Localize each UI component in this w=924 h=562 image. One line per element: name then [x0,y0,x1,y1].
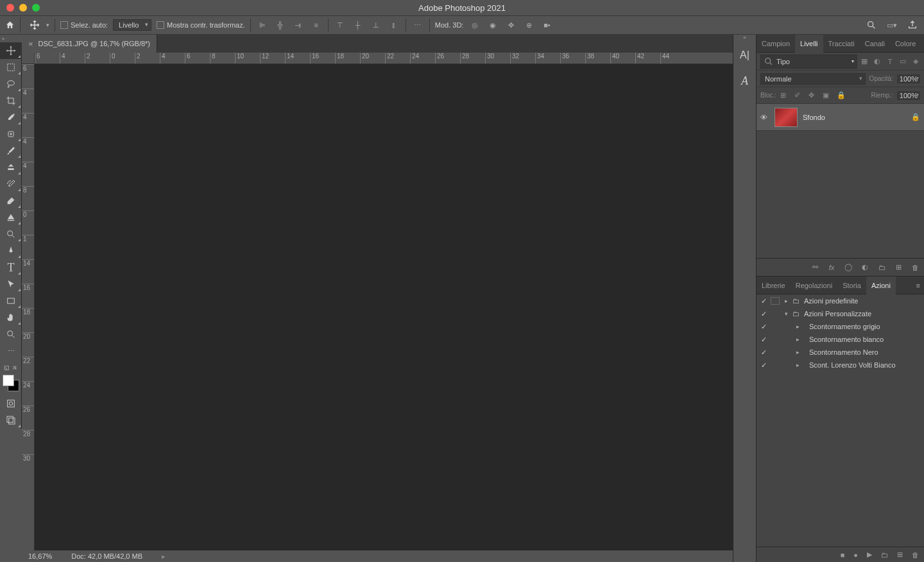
layer-thumbnail[interactable] [774,108,798,127]
panel-tab-livelli[interactable]: Livelli [795,35,823,53]
adjustment-layer-icon[interactable]: ◐ [860,263,870,271]
panel-tab-azioni[interactable]: Azioni [866,277,896,294]
filter-smartobject-icon[interactable]: ◈ [911,57,920,66]
align-top-icon[interactable]: ⊤ [334,19,346,31]
3d-slide-icon[interactable]: ⊕ [522,19,535,31]
show-transform-checkbox[interactable]: Mostra contr. trasformaz. [157,21,245,29]
zoom-level[interactable]: 16,67% [28,552,52,560]
lock-position-icon[interactable]: ✥ [809,91,817,99]
new-action-icon[interactable]: ⊞ [897,550,903,559]
layer-fx-icon[interactable]: fx [826,264,837,271]
action-item[interactable]: ✓▸Scontornamento Nero [757,346,924,359]
panel-tab-storia[interactable]: Storia [837,277,866,294]
path-selection-tool[interactable] [0,276,22,293]
3d-orbit-icon[interactable]: ◎ [468,19,481,31]
color-swatches[interactable] [3,375,19,391]
expand-icon[interactable]: ▾ [782,311,790,317]
delete-action-icon[interactable]: 🗑 [912,551,919,559]
play-action-icon[interactable]: ▶ [867,550,872,559]
layer-mask-icon[interactable]: ◯ [843,263,853,271]
expand-icon[interactable]: ▸ [794,349,801,355]
new-layer-icon[interactable]: ⊞ [893,263,903,271]
crop-tool[interactable] [0,92,22,109]
action-dialog-toggle[interactable] [771,348,780,356]
action-check-icon[interactable]: ✓ [759,323,768,331]
action-dialog-toggle[interactable] [771,310,780,318]
layer-item[interactable]: 👁Sfondo🔒 [757,104,924,131]
character-panel-icon[interactable]: A| [733,42,756,68]
default-colors-icon[interactable]: ◱ [4,364,10,373]
edit-toolbar-button[interactable]: ⋯ [0,343,22,359]
3d-camera-icon[interactable]: ■• [540,19,553,31]
healing-brush-tool[interactable] [0,126,22,142]
eyedropper-tool[interactable] [0,109,22,126]
expand-icon[interactable]: ▸ [794,362,801,368]
zoom-tool[interactable] [0,326,22,343]
window-zoom-button[interactable] [32,4,40,12]
marquee-tool[interactable] [0,59,22,76]
glyphs-panel-icon[interactable]: A [733,68,756,94]
action-item[interactable]: ✓▸Scont. Lorenzo Volti Bianco [757,359,924,371]
new-action-set-icon[interactable]: 🗀 [881,551,888,559]
toolbar-collapse-button[interactable]: » [0,35,6,42]
expand-icon[interactable]: ▸ [794,336,801,343]
expand-icon[interactable]: ▸ [782,298,790,304]
align-center-v-icon[interactable]: ┼ [352,19,364,31]
action-item[interactable]: ✓▸🗀Azioni predefinite [757,294,924,307]
align-left-icon[interactable]: ⊫ [256,19,269,31]
action-check-icon[interactable]: ✓ [759,348,768,357]
action-dialog-toggle[interactable] [771,361,780,369]
type-tool[interactable]: T [0,259,22,276]
align-bottom-icon[interactable]: ⊥ [370,19,382,31]
panel-tab-canali[interactable]: Canali [860,35,890,53]
filter-adjustment-icon[interactable]: ◐ [873,57,882,66]
3d-roll-icon[interactable]: ◉ [486,19,499,31]
hand-tool[interactable] [0,309,22,326]
eraser-tool[interactable] [0,192,22,209]
panel-tab-campion[interactable]: Campion [757,35,795,53]
layer-filter-search[interactable]: Tipo ▾ [760,55,857,69]
quick-mask-button[interactable] [0,395,22,412]
brush-tool[interactable] [0,142,22,159]
link-layers-icon[interactable]: ⚯ [810,263,820,271]
swap-colors-icon[interactable]: ⤭ [12,364,17,373]
filter-type-icon[interactable]: T [886,57,894,66]
3d-pan-icon[interactable]: ✥ [504,19,517,31]
stop-action-icon[interactable]: ■ [841,551,845,559]
align-right-icon[interactable]: ⫣ [292,19,305,31]
gradient-tool[interactable] [0,209,22,226]
window-close-button[interactable] [6,4,14,12]
lock-transparency-icon[interactable]: ⊞ [780,91,789,99]
lasso-tool[interactable] [0,76,22,92]
layer-visibility-icon[interactable]: 👁 [760,114,769,121]
panel-menu-icon[interactable]: ≡ [912,282,924,289]
action-item[interactable]: ✓▸Scontornamento grigio [757,320,924,333]
blend-mode-dropdown[interactable]: Normale [760,73,866,85]
screen-mode-button[interactable] [0,412,22,429]
ruler-origin[interactable] [22,53,35,64]
filter-pixel-icon[interactable]: ▦ [860,57,869,66]
close-tab-icon[interactable]: × [28,39,33,49]
panel-tab-regolazioni[interactable]: Regolazioni [791,277,837,294]
panel-menu-icon[interactable]: ≡ [921,40,924,47]
lock-all-icon[interactable]: 🔒 [837,91,846,99]
action-dialog-toggle[interactable] [771,297,780,305]
panel-tab-librerie[interactable]: Librerie [757,277,791,294]
lock-image-icon[interactable]: ✐ [794,91,803,99]
auto-select-checkbox[interactable]: Selez. auto: [60,21,108,29]
horizontal-ruler[interactable]: 6420246810121416182022242628303234363840… [35,53,733,64]
foreground-color[interactable] [3,375,14,386]
action-item[interactable]: ✓▾🗀Azioni Personalizzate [757,307,924,320]
more-options-icon[interactable]: ⋯ [411,19,424,31]
panel-tab-colore[interactable]: Colore [890,35,921,53]
status-chevron-icon[interactable]: ▸ [162,552,166,561]
history-brush-tool[interactable] [0,176,22,192]
rectangle-tool[interactable] [0,293,22,309]
vertical-ruler[interactable]: 64444801141618202224262830 [22,64,35,550]
lock-artboard-icon[interactable]: ▣ [823,91,832,99]
share-icon[interactable] [906,19,919,31]
move-tool[interactable] [0,42,22,59]
doc-info[interactable]: Doc: 42,0 MB/42,0 MB [71,552,142,560]
action-check-icon[interactable]: ✓ [759,336,768,344]
canvas[interactable] [35,64,733,550]
